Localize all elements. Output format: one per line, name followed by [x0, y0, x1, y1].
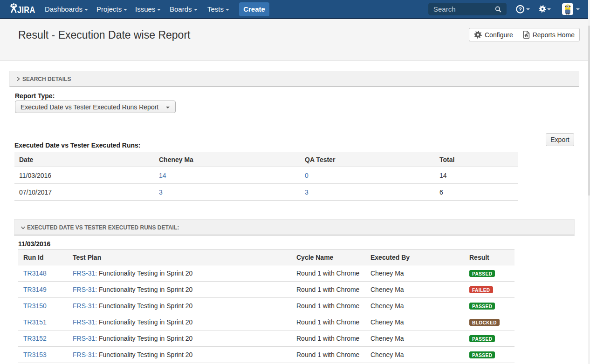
svg-text:?: ?	[519, 7, 522, 12]
svg-text:JIRA: JIRA	[17, 4, 35, 15]
